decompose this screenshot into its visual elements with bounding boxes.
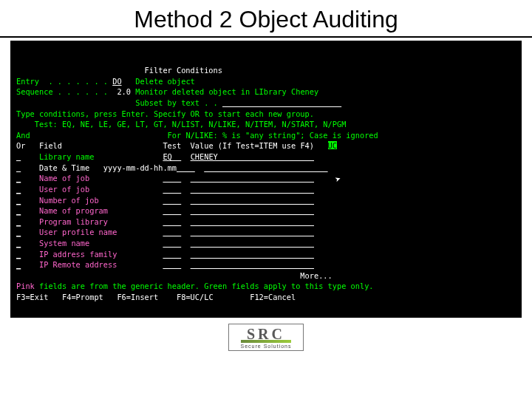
row-test-input[interactable]	[163, 174, 181, 183]
fkey-f3[interactable]: F3=Exit	[16, 293, 62, 301]
row-field: IP address family	[39, 250, 163, 259]
legend-pink: Pink	[16, 282, 35, 290]
terminal-screen: ➤ Filter Conditions Entry . . . . . . . …	[10, 41, 522, 318]
row-field: System name	[39, 239, 163, 248]
row-bullet-input[interactable]: _	[16, 206, 21, 215]
row-test-input[interactable]	[163, 250, 181, 259]
row-value-input[interactable]	[204, 163, 327, 172]
row-test-input[interactable]	[177, 163, 195, 172]
row-value-input[interactable]	[191, 174, 314, 183]
logo-subtitle: Secure Solutions	[241, 344, 292, 349]
row-bullet-input[interactable]: _	[16, 228, 21, 236]
row-test-input[interactable]	[163, 260, 181, 269]
row-value-input[interactable]: CHENEY	[191, 152, 314, 161]
entry-desc: Delete object	[135, 77, 195, 86]
row-bullet-input[interactable]: _	[16, 250, 21, 259]
instructions-1: Type conditions, press Enter. Specify OR…	[16, 109, 314, 118]
row-bullet-input[interactable]: _	[16, 174, 21, 183]
row-value-input[interactable]	[191, 228, 314, 236]
row-test-input[interactable]	[163, 217, 181, 226]
legend-text-1: fields are from the generic header.	[35, 282, 204, 290]
logo-text: SRC	[241, 326, 292, 343]
row-test-input[interactable]	[163, 239, 181, 248]
row-bullet-input[interactable]	[16, 152, 21, 161]
row-value-input[interactable]	[191, 250, 314, 259]
instructions-2: Test: EQ, NE, LE, GE, LT, GT, N/LIST, N/…	[16, 120, 346, 129]
footer-logo: SRC Secure Solutions	[0, 324, 532, 351]
row-bullet-input[interactable]: _	[16, 185, 21, 194]
row-bullet-input[interactable]: _	[16, 196, 21, 205]
sequence-value: 2.0	[117, 87, 131, 96]
row-field: Name of program	[39, 206, 163, 215]
col-test: Test	[163, 141, 190, 150]
row-value-input[interactable]	[191, 185, 314, 194]
row-bullet-input[interactable]	[16, 163, 21, 172]
row-bullet-input[interactable]: _	[16, 260, 21, 269]
fkey-f8[interactable]: F8=UC/LC	[177, 293, 250, 301]
fkey-f6[interactable]: F6=Insert	[117, 293, 177, 301]
entry-label: Entry . . . . . . .	[16, 77, 112, 86]
col-value: Value (If Test=ITEM use F4)	[191, 141, 314, 150]
row-bullet-input[interactable]: _	[16, 217, 21, 226]
sequence-desc: Monitor deleted object in LIbrary Cheney	[135, 87, 318, 96]
more-indicator: More...	[300, 271, 332, 280]
screen-title: Filter Conditions	[16, 66, 222, 75]
row-field: Date & Time yyyy-mm-dd-hh.mm	[39, 163, 177, 172]
row-field: Number of job	[39, 196, 163, 205]
legend-text-2: fields apply to this type only.	[227, 282, 373, 290]
row-value-input[interactable]	[191, 239, 314, 248]
fkey-f4[interactable]: F4=Prompt	[62, 293, 117, 301]
row-test-input[interactable]	[163, 196, 181, 205]
col-field: Field	[39, 141, 163, 150]
row-field: Library name	[39, 152, 163, 161]
row-bullet-input[interactable]: _	[16, 239, 21, 248]
row-field: User of job	[39, 185, 163, 194]
legend-green: Green	[204, 282, 227, 290]
row-field: Name of job	[39, 174, 163, 183]
row-value-input[interactable]	[191, 260, 314, 269]
row-test-input[interactable]	[163, 185, 181, 194]
row-value-input[interactable]	[191, 196, 314, 205]
subset-input[interactable]	[222, 98, 341, 107]
row-test-input[interactable]	[163, 228, 181, 236]
row-field: User profile name	[39, 228, 163, 236]
fkey-f12[interactable]: F12=Cancel	[250, 293, 296, 301]
row-test-input[interactable]: EQ	[163, 152, 181, 161]
entry-code-input[interactable]: DO	[112, 77, 121, 86]
subset-label: Subset by text . .	[135, 98, 222, 107]
row-value-input[interactable]	[191, 217, 314, 226]
row-field: IP Remote address	[39, 260, 163, 269]
and-label: And	[16, 131, 168, 140]
row-value-input[interactable]	[191, 206, 314, 215]
for-hint: For N/LIKE: % is "any string"; Case is i…	[168, 131, 378, 140]
uc-badge: UC	[328, 141, 337, 150]
row-test-input[interactable]	[163, 206, 181, 215]
row-field: Program library	[39, 217, 163, 226]
sequence-label: Sequence . . . . . .	[16, 87, 117, 96]
or-label: Or	[16, 141, 25, 150]
slide-title: Method 2 Object Auditing	[0, 0, 532, 38]
